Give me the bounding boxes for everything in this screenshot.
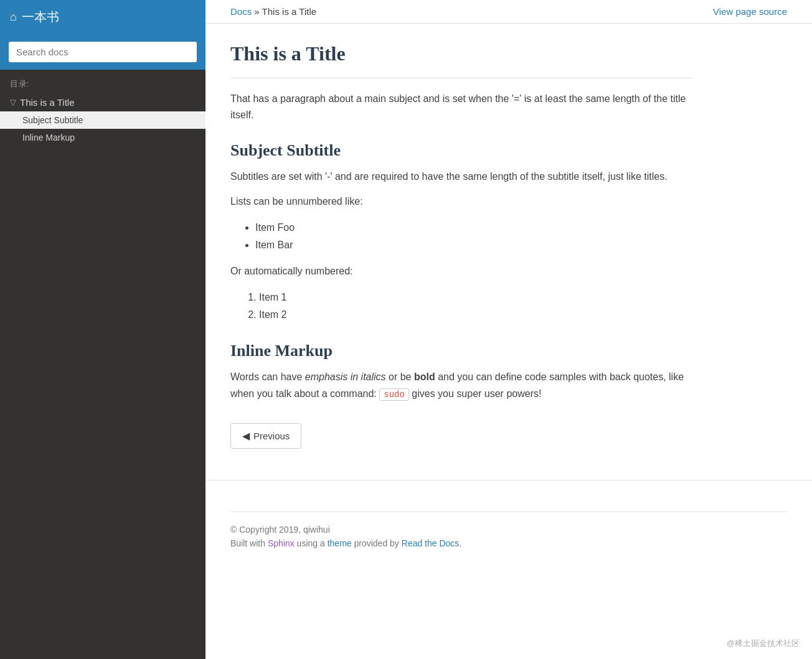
bold-text: bold <box>414 372 435 382</box>
rtd-link[interactable]: Read the Docs <box>402 538 460 548</box>
search-wrapper <box>0 34 205 70</box>
footer-divider <box>230 512 787 512</box>
title-divider <box>230 78 691 78</box>
section1-para1: Subtitles are set with '-' and are requi… <box>230 169 691 185</box>
provided-suffix: provided by <box>352 538 402 548</box>
nav-item-subject-subtitle[interactable]: Subject Subtitle <box>0 111 205 129</box>
section2-para: Words can have emphasis in italics or be… <box>230 369 691 402</box>
rtd-suffix: . <box>459 538 461 548</box>
previous-button[interactable]: ◀ Previous <box>230 423 301 449</box>
using-text: using a <box>295 538 328 548</box>
nav-item-inline-markup[interactable]: Inline Markup <box>0 129 205 146</box>
copyright-text: © Copyright 2019, qiwihui <box>230 525 787 535</box>
main-content-area: Docs » This is a Title View page source … <box>205 0 812 659</box>
numbered-list: Item 1 Item 2 <box>259 289 691 325</box>
previous-button-label: Previous <box>253 431 290 441</box>
theme-link[interactable]: theme <box>328 538 352 548</box>
list-item: Item 1 <box>259 289 691 307</box>
list-item: Item Foo <box>255 219 691 237</box>
nav-top-item-label: This is a Title <box>20 97 75 108</box>
breadcrumb-separator: » <box>254 6 259 17</box>
home-icon: ⌂ <box>10 11 17 24</box>
view-page-source-link[interactable]: View page source <box>713 6 787 17</box>
page-title: This is a Title <box>230 42 691 65</box>
built-with-text: Built with Sphinx using a theme provided… <box>230 538 787 548</box>
nav-item-this-is-a-title[interactable]: ▽ This is a Title <box>0 93 205 111</box>
subject-subtitle-heading: Subject Subtitle <box>230 141 691 160</box>
sidebar-title: 一本书 <box>22 9 59 26</box>
emphasis-text: emphasis in italics <box>305 372 386 382</box>
sphinx-link[interactable]: Sphinx <box>268 538 295 548</box>
para-mid1: or be <box>386 372 414 382</box>
breadcrumb-docs-link[interactable]: Docs <box>230 6 252 17</box>
para-prefix: Words can have <box>230 372 305 382</box>
list-item: Item Bar <box>255 236 691 255</box>
inline-markup-heading: Inline Markup <box>230 342 691 360</box>
para-suffix: gives you super user powers! <box>409 388 542 399</box>
inline-code: sudo <box>379 388 409 401</box>
nav-tree: ▽ This is a Title Subject Subtitle Inlin… <box>0 93 205 146</box>
page-content: This is a Title That has a paragraph abo… <box>205 24 716 474</box>
watermark: @稀土掘金技术社区 <box>727 638 800 649</box>
breadcrumb: Docs » This is a Title <box>230 6 316 17</box>
bullet-list: Item Foo Item Bar <box>255 219 691 255</box>
footer: © Copyright 2019, qiwihui Built with Sph… <box>205 480 812 564</box>
topbar: Docs » This is a Title View page source <box>205 0 812 24</box>
section1-para2: Lists can be unnumbered like: <box>230 194 691 210</box>
sidebar: ⌂ 一本书 目录: ▽ This is a Title Subject Subt… <box>0 0 205 659</box>
toc-label: 目录: <box>0 70 205 93</box>
intro-paragraph: That has a paragraph about a main subjec… <box>230 91 691 124</box>
collapse-icon: ▽ <box>10 98 16 107</box>
sidebar-header: ⌂ 一本书 <box>0 0 205 34</box>
prev-arrow-icon: ◀ <box>242 430 250 442</box>
search-input[interactable] <box>9 42 197 62</box>
breadcrumb-current: This is a Title <box>262 6 317 17</box>
section1-para3: Or automatically numbered: <box>230 263 691 279</box>
built-prefix: Built with <box>230 538 268 548</box>
list-item: Item 2 <box>259 306 691 324</box>
